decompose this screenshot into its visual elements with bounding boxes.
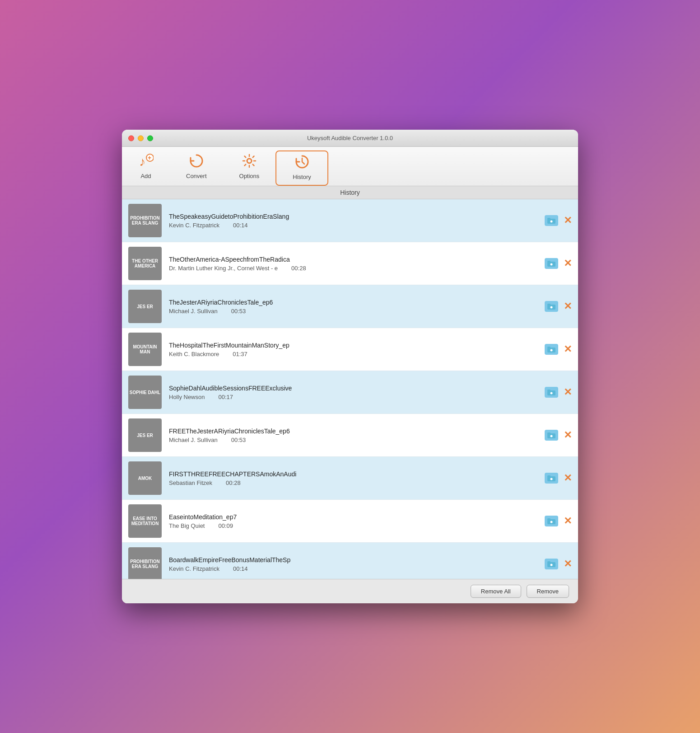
window-controls bbox=[128, 135, 153, 141]
toolbar-add-label: Add bbox=[140, 173, 151, 179]
item-actions: ✕ bbox=[545, 473, 572, 484]
item-title: FREETheJesterARiyriaChroniclesTale_ep6 bbox=[169, 428, 545, 435]
options-icon bbox=[242, 153, 257, 171]
list-item: SOPHIE DAHL SophieDahlAudibleSessionsFRE… bbox=[122, 371, 578, 414]
item-folder-button[interactable] bbox=[545, 430, 558, 441]
item-title: BoardwalkEmpireFreeBonusMaterialTheSp bbox=[169, 556, 545, 564]
item-thumbnail: SOPHIE DAHL bbox=[128, 376, 162, 409]
title-bar: Ukeysoft Audible Converter 1.0.0 bbox=[122, 130, 578, 147]
item-duration: 00:53 bbox=[231, 308, 246, 315]
svg-rect-14 bbox=[547, 347, 551, 348]
item-actions: ✕ bbox=[545, 387, 572, 398]
app-window: Ukeysoft Audible Converter 1.0.0 ♪ + Add bbox=[122, 130, 578, 603]
app-title: Ukeysoft Audible Converter 1.0.0 bbox=[307, 135, 393, 141]
svg-rect-11 bbox=[547, 304, 551, 305]
item-folder-button[interactable] bbox=[545, 344, 558, 355]
item-thumbnail: EASE INTO MEDITATION bbox=[128, 504, 162, 538]
close-button[interactable] bbox=[128, 135, 134, 141]
svg-point-24 bbox=[551, 478, 553, 480]
item-info: EaseintoMeditation_ep7 The Big Quiet 00:… bbox=[169, 513, 545, 529]
item-thumbnail: JES ER bbox=[128, 290, 162, 323]
item-title: FIRSTTHREEFREECHAPTERSAmokAnAudi bbox=[169, 470, 545, 478]
toolbar-options-label: Options bbox=[239, 173, 260, 179]
item-folder-button[interactable] bbox=[545, 215, 558, 226]
svg-point-9 bbox=[551, 263, 553, 266]
item-remove-button[interactable]: ✕ bbox=[564, 258, 572, 268]
item-remove-button[interactable]: ✕ bbox=[564, 516, 572, 526]
add-icon: ♪ + bbox=[138, 153, 154, 171]
svg-rect-5 bbox=[547, 218, 551, 220]
item-remove-button[interactable]: ✕ bbox=[564, 473, 572, 483]
item-duration: 01:37 bbox=[233, 351, 247, 357]
svg-rect-17 bbox=[547, 390, 551, 391]
item-folder-button[interactable] bbox=[545, 387, 558, 398]
item-duration: 00:09 bbox=[219, 522, 233, 529]
item-remove-button[interactable]: ✕ bbox=[564, 430, 572, 440]
remove-button[interactable]: Remove bbox=[527, 585, 569, 598]
footer: Remove All Remove bbox=[122, 579, 578, 603]
item-remove-button[interactable]: ✕ bbox=[564, 216, 572, 226]
svg-rect-8 bbox=[547, 261, 551, 263]
list-item: JES ER TheJesterARiyriaChroniclesTale_ep… bbox=[122, 285, 578, 328]
item-author: The Big Quiet bbox=[169, 522, 205, 529]
minimize-button[interactable] bbox=[138, 135, 144, 141]
remove-all-button[interactable]: Remove All bbox=[471, 585, 521, 598]
item-info: FIRSTTHREEFREECHAPTERSAmokAnAudi Sebasti… bbox=[169, 470, 545, 486]
svg-point-18 bbox=[551, 392, 553, 395]
item-duration: 00:17 bbox=[218, 394, 233, 400]
item-duration: 00:28 bbox=[226, 479, 241, 486]
item-folder-button[interactable] bbox=[545, 559, 558, 569]
item-author: Holly Newson bbox=[169, 394, 205, 400]
item-remove-button[interactable]: ✕ bbox=[564, 559, 572, 569]
svg-text:+: + bbox=[148, 154, 151, 161]
svg-point-27 bbox=[551, 521, 553, 523]
toolbar-history-label: History bbox=[293, 174, 311, 180]
item-remove-button[interactable]: ✕ bbox=[564, 344, 572, 354]
item-actions: ✕ bbox=[545, 430, 572, 441]
list-item: JES ER FREETheJesterARiyriaChroniclesTal… bbox=[122, 414, 578, 457]
toolbar-add[interactable]: ♪ + Add bbox=[122, 150, 170, 186]
item-author: Dr. Martin Luther King Jr., Cornel West … bbox=[169, 265, 278, 272]
svg-point-6 bbox=[551, 221, 553, 223]
toolbar-options[interactable]: Options bbox=[223, 150, 276, 186]
item-actions: ✕ bbox=[545, 301, 572, 312]
item-actions: ✕ bbox=[545, 215, 572, 226]
item-folder-button[interactable] bbox=[545, 516, 558, 526]
item-folder-button[interactable] bbox=[545, 473, 558, 484]
item-thumbnail: AMOK bbox=[128, 461, 162, 495]
item-thumbnail: PROHIBITION ERA SLANG bbox=[128, 547, 162, 579]
item-folder-button[interactable] bbox=[545, 301, 558, 312]
item-actions: ✕ bbox=[545, 516, 572, 526]
item-duration: 00:14 bbox=[233, 222, 248, 229]
svg-rect-26 bbox=[547, 518, 551, 520]
item-author: Kevin C. Fitzpatrick bbox=[169, 222, 219, 229]
item-thumbnail: THE OTHER AMERICA bbox=[128, 247, 162, 280]
list-item: EASE INTO MEDITATION EaseintoMeditation_… bbox=[122, 500, 578, 543]
toolbar-convert[interactable]: Convert bbox=[170, 150, 223, 186]
item-info: BoardwalkEmpireFreeBonusMaterialTheSp Ke… bbox=[169, 556, 545, 572]
item-folder-button[interactable] bbox=[545, 258, 558, 269]
item-info: TheHospitalTheFirstMountainManStory_ep K… bbox=[169, 342, 545, 357]
item-remove-button[interactable]: ✕ bbox=[564, 387, 572, 397]
item-info: TheOtherAmerica-ASpeechfromTheRadica Dr.… bbox=[169, 256, 545, 272]
maximize-button[interactable] bbox=[147, 135, 153, 141]
item-title: TheJesterARiyriaChroniclesTale_ep6 bbox=[169, 299, 545, 306]
history-icon bbox=[294, 154, 310, 172]
item-duration: 00:53 bbox=[231, 437, 246, 443]
item-title: TheOtherAmerica-ASpeechfromTheRadica bbox=[169, 256, 545, 263]
svg-point-12 bbox=[551, 306, 553, 309]
item-title: TheSpeakeasyGuidetoProhibitionEraSlang bbox=[169, 213, 545, 220]
item-author: Michael J. Sullivan bbox=[169, 437, 218, 443]
toolbar-history[interactable]: History bbox=[275, 150, 328, 186]
list-item: THE OTHER AMERICA TheOtherAmerica-ASpeec… bbox=[122, 242, 578, 285]
item-author: Kevin C. Fitzpatrick bbox=[169, 565, 219, 572]
list-item: PROHIBITION ERA SLANG BoardwalkEmpireFre… bbox=[122, 543, 578, 579]
item-title: TheHospitalTheFirstMountainManStory_ep bbox=[169, 342, 545, 349]
svg-point-30 bbox=[551, 564, 553, 566]
item-duration: 00:28 bbox=[291, 265, 306, 272]
item-author: Keith C. Blackmore bbox=[169, 351, 219, 357]
svg-point-21 bbox=[551, 435, 553, 437]
item-actions: ✕ bbox=[545, 258, 572, 269]
item-actions: ✕ bbox=[545, 344, 572, 355]
item-remove-button[interactable]: ✕ bbox=[564, 301, 572, 311]
